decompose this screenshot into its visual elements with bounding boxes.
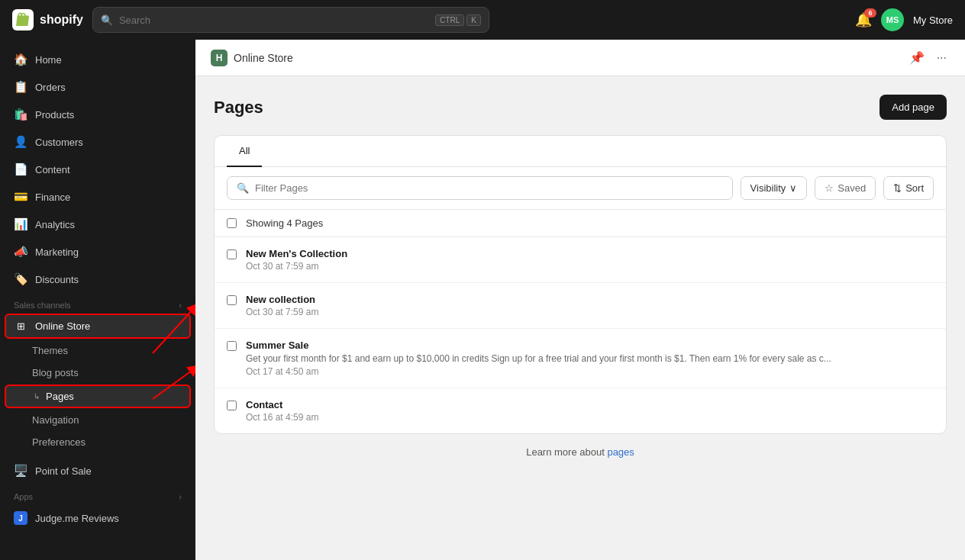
pin-button[interactable]: 📌 <box>906 47 928 68</box>
page-date-4: Oct 16 at 4:59 am <box>246 412 934 423</box>
tabs-row: All <box>215 136 946 167</box>
sidebar-item-marketing[interactable]: 📣 Marketing <box>5 239 191 265</box>
sidebar: 🏠 Home 📋 Orders 🛍️ Products 👤 Customers … <box>0 40 195 560</box>
filter-input-wrap[interactable]: 🔍 <box>227 176 733 200</box>
saved-button[interactable]: ☆ Saved <box>815 176 876 200</box>
pages-label: Pages <box>46 391 74 402</box>
learn-more-link[interactable]: pages <box>607 446 634 458</box>
finance-icon: 💳 <box>14 190 27 204</box>
sidebar-sub-preferences[interactable]: Preferences <box>5 432 191 452</box>
online-store-icon: ⊞ <box>14 320 27 332</box>
page-checkbox-2[interactable] <box>227 295 237 305</box>
ctrl-key: CTRL <box>435 14 464 26</box>
main-content-area: H Online Store 📌 ··· Pages Add page All <box>195 40 965 560</box>
page-info-4: Contact Oct 16 at 4:59 am <box>246 399 934 423</box>
notifications-button[interactable]: 🔔 6 <box>855 11 872 28</box>
point-of-sale-icon: 🖥️ <box>14 464 27 478</box>
sidebar-item-customers[interactable]: 👤 Customers <box>5 129 191 155</box>
shopify-name: shopify <box>40 13 83 27</box>
visibility-button[interactable]: Visibility ∨ <box>741 176 808 200</box>
page-checkbox-1[interactable] <box>227 249 237 259</box>
apps-label: Apps <box>14 492 33 501</box>
preferences-label: Preferences <box>32 436 86 448</box>
apps-section: Apps › <box>0 484 195 504</box>
page-checkbox-3[interactable] <box>227 341 237 351</box>
list-item[interactable]: New collection Oct 30 at 7:59 am <box>215 283 946 329</box>
sales-channels-expand-icon[interactable]: › <box>179 301 182 310</box>
sidebar-item-finance[interactable]: 💳 Finance <box>5 184 191 210</box>
sales-channels-section: Sales channels › <box>0 293 195 313</box>
sidebar-label-home: Home <box>35 54 62 66</box>
tab-all[interactable]: All <box>227 136 262 167</box>
sidebar-item-home[interactable]: 🏠 Home <box>5 47 191 72</box>
customers-icon: 👤 <box>14 135 27 149</box>
list-item[interactable]: Summer Sale Get your first month for $1 … <box>215 329 946 388</box>
store-name[interactable]: My Store <box>913 14 953 26</box>
list-item[interactable]: Contact Oct 16 at 4:59 am <box>215 388 946 433</box>
search-shortcut: CTRL K <box>435 14 481 26</box>
page-date-3: Oct 17 at 4:50 am <box>246 366 934 377</box>
sidebar-item-discounts[interactable]: 🏷️ Discounts <box>5 266 191 292</box>
add-page-button[interactable]: Add page <box>879 95 947 120</box>
sidebar-item-products[interactable]: 🛍️ Products <box>5 101 191 127</box>
page-name-1: New Men's Collection <box>246 248 934 259</box>
sidebar-label-customers: Customers <box>35 137 83 148</box>
sidebar-sub-navigation[interactable]: Navigation <box>5 410 191 430</box>
k-key: K <box>466 14 481 26</box>
filter-pages-input[interactable] <box>255 182 723 194</box>
apps-expand-icon[interactable]: › <box>179 492 182 501</box>
page-title: Pages <box>214 98 263 117</box>
select-all-checkbox[interactable] <box>227 218 237 228</box>
sidebar-item-orders[interactable]: 📋 Orders <box>5 74 191 100</box>
avatar[interactable]: MS <box>881 8 904 31</box>
sidebar-sub-blog-posts[interactable]: Blog posts <box>5 362 191 383</box>
page-checkbox-4[interactable] <box>227 401 237 410</box>
more-options-button[interactable]: ··· <box>934 48 950 68</box>
sidebar-item-analytics[interactable]: 📊 Analytics <box>5 211 191 237</box>
sidebar-sub-themes[interactable]: Themes <box>5 340 191 361</box>
sidebar-label-discounts: Discounts <box>35 274 79 285</box>
search-input[interactable] <box>119 14 429 26</box>
filter-search-icon: 🔍 <box>237 182 249 194</box>
learn-more-section: Learn more about pages <box>214 434 947 470</box>
list-item[interactable]: New Men's Collection Oct 30 at 7:59 am <box>215 237 946 283</box>
sidebar-item-judge-me[interactable]: J Judge.me Reviews <box>5 505 191 531</box>
marketing-icon: 📣 <box>14 245 27 259</box>
pages-list: New Men's Collection Oct 30 at 7:59 am N… <box>215 237 946 433</box>
page-date-2: Oct 30 at 7:59 am <box>246 307 934 317</box>
sort-icon: ⇅ <box>893 182 902 194</box>
topnav-right: 🔔 6 MS My Store <box>855 8 953 31</box>
sidebar-label-marketing: Marketing <box>35 246 79 258</box>
search-bar[interactable]: 🔍 CTRL K <box>92 7 489 33</box>
sidebar-item-online-store[interactable]: ⊞ Online Store <box>5 314 191 339</box>
point-of-sale-label: Point of Sale <box>35 465 92 477</box>
page-desc-3: Get your first month for $1 and earn up … <box>246 353 934 364</box>
showing-text: Showing 4 Pages <box>246 217 323 229</box>
page-info-2: New collection Oct 30 at 7:59 am <box>246 294 934 317</box>
page-name-2: New collection <box>246 294 934 305</box>
page-name-4: Contact <box>246 399 934 410</box>
sidebar-item-content[interactable]: 📄 Content <box>5 156 191 182</box>
saved-star-icon: ☆ <box>825 182 834 194</box>
products-icon: 🛍️ <box>14 108 27 121</box>
shopify-logo[interactable]: shopify <box>12 9 83 31</box>
sidebar-sub-pages[interactable]: ↳ Pages <box>5 385 191 408</box>
sort-label: Sort <box>905 182 924 194</box>
filter-row: 🔍 Visibility ∨ ☆ Saved ⇅ Sort <box>215 167 946 210</box>
orders-icon: 📋 <box>14 80 27 94</box>
saved-label: Saved <box>838 182 866 194</box>
sales-channels-label: Sales channels <box>14 301 71 310</box>
pages-main-content: Pages Add page All 🔍 Visibility ∨ <box>195 76 965 560</box>
sidebar-label-products: Products <box>35 109 74 121</box>
page-header-bar: H Online Store 📌 ··· <box>195 40 965 76</box>
analytics-icon: 📊 <box>14 217 27 231</box>
sidebar-item-point-of-sale[interactable]: 🖥️ Point of Sale <box>5 458 191 484</box>
page-header-title: Online Store <box>234 52 293 64</box>
sort-button[interactable]: ⇅ Sort <box>883 176 934 200</box>
visibility-chevron-icon: ∨ <box>789 182 797 194</box>
sidebar-label-online-store: Online Store <box>35 320 90 332</box>
navigation-label: Navigation <box>32 414 79 426</box>
showing-row: Showing 4 Pages <box>215 210 946 237</box>
learn-more-text: Learn more about <box>526 446 607 458</box>
page-info-1: New Men's Collection Oct 30 at 7:59 am <box>246 248 934 272</box>
